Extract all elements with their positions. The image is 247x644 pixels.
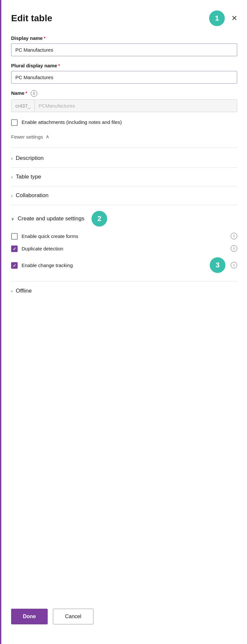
badge-3: 3 <box>210 257 225 273</box>
chevron-up-icon: ∧ <box>46 134 49 140</box>
name-label: Name* i <box>11 90 237 97</box>
quick-create-label: Enable quick create forms <box>22 233 78 240</box>
badge-2: 2 <box>91 211 107 227</box>
table-type-label: Table type <box>16 174 41 180</box>
name-required-star: * <box>25 90 27 96</box>
display-name-input[interactable] <box>11 43 237 56</box>
quick-create-row: Enable quick create forms i <box>11 232 237 240</box>
table-type-section: › Table type <box>11 168 237 186</box>
table-type-header[interactable]: › Table type <box>11 174 237 180</box>
table-type-chevron-icon: › <box>11 175 12 179</box>
display-name-field: Display name* <box>11 35 237 63</box>
change-tracking-info-icon[interactable]: i <box>231 262 237 268</box>
header-right: 1 ✕ <box>209 10 237 26</box>
name-value: PCManufactures <box>35 100 79 112</box>
fewer-settings-toggle[interactable]: Fewer settings ∧ <box>11 134 237 140</box>
badge-1: 1 <box>209 10 225 26</box>
fewer-settings-label: Fewer settings <box>11 134 43 140</box>
change-tracking-left: Enable change tracking <box>11 262 73 269</box>
collaboration-chevron-icon: › <box>11 193 12 198</box>
close-icon[interactable]: ✕ <box>231 15 237 22</box>
name-info-icon[interactable]: i <box>31 90 37 97</box>
panel-header: Edit table 1 ✕ <box>11 10 237 26</box>
change-tracking-checkbox[interactable] <box>11 262 18 269</box>
offline-chevron-icon: › <box>11 289 12 294</box>
done-button[interactable]: Done <box>11 609 48 624</box>
footer: Done Cancel <box>11 596 237 631</box>
cancel-button[interactable]: Cancel <box>53 609 93 624</box>
quick-create-left: Enable quick create forms <box>11 232 78 240</box>
description-section: › Description <box>11 149 237 168</box>
duplicate-detection-info-icon[interactable]: i <box>231 245 237 252</box>
create-update-section: ∨ Create and update settings 2 Enable qu… <box>11 205 237 282</box>
name-prefix: cr437_ <box>11 100 35 112</box>
collaboration-label: Collaboration <box>16 192 48 199</box>
attachments-checkbox[interactable] <box>11 119 18 126</box>
change-tracking-row: Enable change tracking 3 i <box>11 257 237 273</box>
plural-required-star: * <box>58 63 60 68</box>
create-update-chevron-icon: ∨ <box>11 216 14 221</box>
collaboration-section: › Collaboration <box>11 186 237 205</box>
required-star: * <box>44 35 46 41</box>
plural-display-name-field: Plural display name* <box>11 63 237 90</box>
duplicate-detection-left: Duplicate detection <box>11 245 63 252</box>
duplicate-detection-label: Duplicate detection <box>22 245 63 252</box>
plural-display-name-input[interactable] <box>11 71 237 84</box>
duplicate-detection-checkbox[interactable] <box>11 246 18 252</box>
divider-top <box>11 147 237 148</box>
create-update-label: Create and update settings <box>18 215 84 222</box>
change-tracking-right: 3 i <box>210 257 237 273</box>
duplicate-detection-row: Duplicate detection i <box>11 245 237 252</box>
panel-title: Edit table <box>11 13 52 24</box>
plural-display-name-label: Plural display name* <box>11 63 237 68</box>
description-chevron-icon: › <box>11 156 12 161</box>
offline-header[interactable]: › Offline <box>11 288 237 294</box>
description-label: Description <box>16 155 43 161</box>
edit-table-panel: Edit table 1 ✕ Display name* Plural disp… <box>0 0 247 644</box>
name-field: Name* i cr437_ PCManufactures <box>11 90 237 119</box>
attachments-checkbox-row: Enable attachments (including notes and … <box>11 119 237 126</box>
offline-section: › Offline <box>11 282 237 300</box>
description-header[interactable]: › Description <box>11 155 237 161</box>
create-update-header[interactable]: ∨ Create and update settings 2 <box>11 211 237 227</box>
display-name-label: Display name* <box>11 35 237 41</box>
change-tracking-label: Enable change tracking <box>22 262 73 269</box>
name-input-row: cr437_ PCManufactures <box>11 99 237 112</box>
quick-create-checkbox[interactable] <box>11 233 18 240</box>
collaboration-header[interactable]: › Collaboration <box>11 192 237 199</box>
offline-label: Offline <box>16 288 32 294</box>
quick-create-info-icon[interactable]: i <box>231 233 237 239</box>
attachments-label: Enable attachments (including notes and … <box>22 119 122 126</box>
